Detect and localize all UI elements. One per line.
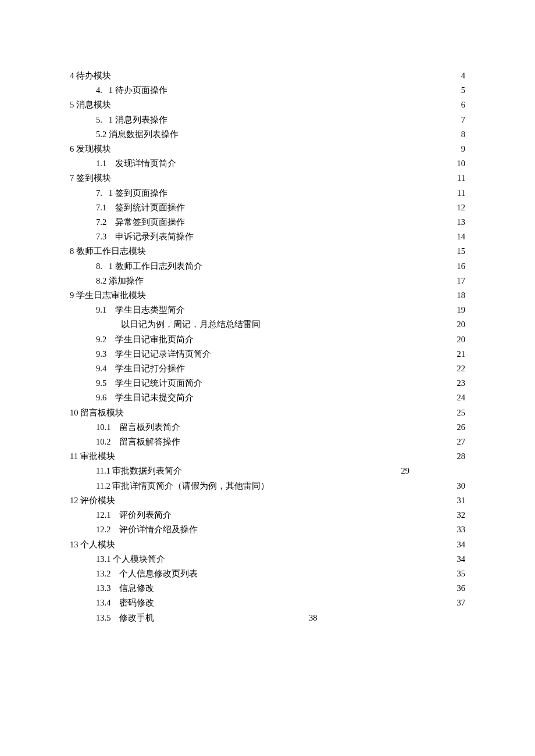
toc-entry-page: 30 bbox=[457, 479, 466, 493]
toc-entry-title: 留言板列表简介 bbox=[119, 420, 180, 435]
toc-entry-title: 学生日记未提交简介 bbox=[115, 390, 194, 405]
toc-entry[interactable]: 9.4 学生日记打分操作22 bbox=[70, 361, 465, 376]
toc-entry-gap bbox=[102, 259, 109, 274]
toc-entry[interactable]: 12.1 评价列表简介32 bbox=[70, 508, 465, 522]
toc-entry[interactable]: 11.2 审批详情页简介（请假为例，其他雷同）30 bbox=[70, 479, 465, 493]
toc-entry-page: 19 bbox=[457, 303, 466, 317]
toc-entry[interactable]: 5. 1 消息列表操作7 bbox=[70, 113, 465, 127]
toc-entry[interactable]: 9.6 学生日记未提交简介24 bbox=[70, 390, 465, 405]
toc-entry-number: 9.3 bbox=[96, 347, 106, 361]
toc-entry-gap bbox=[110, 435, 119, 449]
toc-entry-number: 12.1 bbox=[96, 508, 110, 522]
toc-entry[interactable]: 10 留言板模块25 bbox=[70, 406, 465, 420]
toc-entry[interactable]: 13.3 信息修改36 bbox=[70, 581, 465, 596]
toc-entry-page: 36 bbox=[457, 581, 466, 596]
toc-entry[interactable]: 4. 1 待办页面操作5 bbox=[70, 83, 465, 98]
toc-entry-page: 38 bbox=[309, 611, 318, 625]
toc-entry[interactable]: 9.5 学生日记统计页面简介23 bbox=[70, 376, 465, 390]
toc-entry-number: 13.4 bbox=[96, 596, 110, 610]
toc-entry[interactable]: 10.2 留言板解答操作27 bbox=[70, 435, 465, 449]
toc-entry-gap bbox=[106, 332, 115, 347]
toc-entry-title: 待办模块 bbox=[76, 69, 111, 83]
toc-entry[interactable]: 8. 1 教师工作日志列表简介16 bbox=[70, 259, 465, 274]
toc-entry-page: 15 bbox=[457, 244, 466, 259]
toc-entry-number: 13 bbox=[70, 538, 79, 552]
toc-entry-gap bbox=[110, 522, 119, 537]
toc-entry[interactable]: 13.5 修改手机38 bbox=[70, 611, 465, 625]
toc-entry-page: 6 bbox=[461, 98, 465, 112]
toc-entry[interactable]: 8.2 添加操作17 bbox=[70, 274, 465, 288]
toc-entry-number: 7.3 bbox=[96, 230, 106, 244]
toc-entry[interactable]: 9 学生日志审批模块18 bbox=[70, 288, 465, 303]
toc-entry-gap bbox=[110, 567, 119, 581]
toc-entry-page: 27 bbox=[457, 435, 466, 449]
toc-entry[interactable]: 8 教师工作日志模块15 bbox=[70, 244, 465, 259]
toc-entry[interactable]: 以日记为例，周记，月总结总结雷同20 bbox=[70, 317, 465, 332]
toc-entry[interactable]: 7. 1 签到页面操作11 bbox=[70, 186, 465, 200]
toc-entry[interactable]: 12.2 评价详情介绍及操作33 bbox=[70, 522, 465, 537]
toc-entry[interactable]: 11.1 审批数据列表简介29 bbox=[70, 464, 465, 478]
toc-entry-number: 9.2 bbox=[96, 332, 106, 347]
toc-entry-gap bbox=[106, 303, 115, 317]
toc-entry[interactable]: 13.4 密码修改37 bbox=[70, 596, 465, 610]
table-of-contents: 4 待办模块44. 1 待办页面操作55 消息模块65. 1 消息列表操作75.… bbox=[70, 69, 465, 625]
toc-entry-page: 17 bbox=[457, 274, 466, 288]
toc-entry-title: 留言板模块 bbox=[80, 406, 124, 420]
toc-entry-page: 26 bbox=[457, 420, 466, 435]
toc-entry-title: 发现详情页简介 bbox=[115, 156, 176, 171]
toc-entry-title: 1 签到页面操作 bbox=[109, 186, 167, 200]
toc-entry[interactable]: 10.1 留言板列表简介26 bbox=[70, 420, 465, 435]
toc-entry-title: 个人信息修改页列表 bbox=[119, 567, 198, 581]
toc-entry-gap bbox=[106, 376, 115, 390]
toc-entry-page: 24 bbox=[457, 390, 466, 405]
toc-entry-title: 以日记为例，周记，月总结总结雷同 bbox=[121, 317, 261, 332]
toc-entry-number: 7. bbox=[96, 186, 102, 200]
toc-entry[interactable]: 13 个人模块34 bbox=[70, 538, 465, 552]
toc-entry-number: 13.3 bbox=[96, 581, 110, 596]
toc-entry-title: 评价模块 bbox=[80, 493, 115, 508]
toc-entry-title: 评价详情介绍及操作 bbox=[119, 522, 198, 537]
toc-entry[interactable]: 4 待办模块4 bbox=[70, 69, 465, 83]
toc-entry-number: 13.5 bbox=[96, 611, 110, 625]
toc-entry-title: 修改手机 bbox=[119, 611, 154, 625]
toc-entry[interactable]: 6 发现模块9 bbox=[70, 142, 465, 156]
toc-entry[interactable]: 12 评价模块31 bbox=[70, 493, 465, 508]
toc-entry-gap bbox=[106, 200, 115, 215]
toc-entry-page: 20 bbox=[457, 317, 466, 332]
toc-entry-title: 1 待办页面操作 bbox=[109, 83, 167, 98]
toc-entry-number: 5. bbox=[96, 113, 102, 127]
toc-entry-title: 信息修改 bbox=[119, 581, 154, 596]
toc-entry[interactable]: 9.2 学生日记审批页简介20 bbox=[70, 332, 465, 347]
toc-entry[interactable]: 5 消息模块6 bbox=[70, 98, 465, 112]
toc-entry[interactable]: 13.1 个人模块简介34 bbox=[70, 552, 465, 567]
toc-entry-title: 教师工作日志模块 bbox=[76, 244, 146, 259]
toc-entry-number: 7.2 bbox=[96, 215, 106, 230]
toc-entry-title: 1 消息列表操作 bbox=[109, 113, 167, 127]
toc-entry-page: 21 bbox=[457, 347, 466, 361]
toc-entry-title: 学生日记统计页面简介 bbox=[115, 376, 202, 390]
toc-entry[interactable]: 1.1 发现详情页简介10 bbox=[70, 156, 465, 171]
toc-entry-gap bbox=[110, 596, 119, 610]
toc-entry-number: 9.1 bbox=[96, 303, 106, 317]
toc-entry-number: 12 bbox=[70, 493, 79, 508]
toc-entry-title: 留言板解答操作 bbox=[119, 435, 180, 449]
toc-entry-page: 4 bbox=[461, 69, 465, 83]
toc-entry[interactable]: 5.2 消息数据列表操作8 bbox=[70, 127, 465, 142]
toc-entry-title: 异常签到页面操作 bbox=[115, 215, 185, 230]
toc-entry[interactable]: 9.1 学生日志类型简介19 bbox=[70, 303, 465, 317]
toc-entry[interactable]: 9.3 学生日记记录详情页简介21 bbox=[70, 347, 465, 361]
toc-entry-title: 11.2 审批详情页简介（请假为例，其他雷同） bbox=[96, 479, 269, 493]
toc-entry[interactable]: 7 签到模块11 bbox=[70, 171, 465, 185]
toc-entry[interactable]: 11 审批模块28 bbox=[70, 449, 465, 464]
toc-entry-gap bbox=[106, 230, 115, 244]
toc-entry[interactable]: 13.2 个人信息修改页列表35 bbox=[70, 567, 465, 581]
toc-entry-page: 28 bbox=[457, 449, 466, 464]
toc-entry-title: 学生日记记录详情页简介 bbox=[115, 347, 211, 361]
toc-entry-page: 11 bbox=[457, 171, 465, 185]
toc-entry-page: 25 bbox=[457, 406, 466, 420]
toc-entry[interactable]: 7.1 签到统计页面操作12 bbox=[70, 200, 465, 215]
toc-entry-page: 35 bbox=[457, 567, 466, 581]
toc-entry[interactable]: 7.2 异常签到页面操作13 bbox=[70, 215, 465, 230]
toc-entry-gap bbox=[106, 156, 115, 171]
toc-entry[interactable]: 7.3 申诉记录列表简操作14 bbox=[70, 230, 465, 244]
